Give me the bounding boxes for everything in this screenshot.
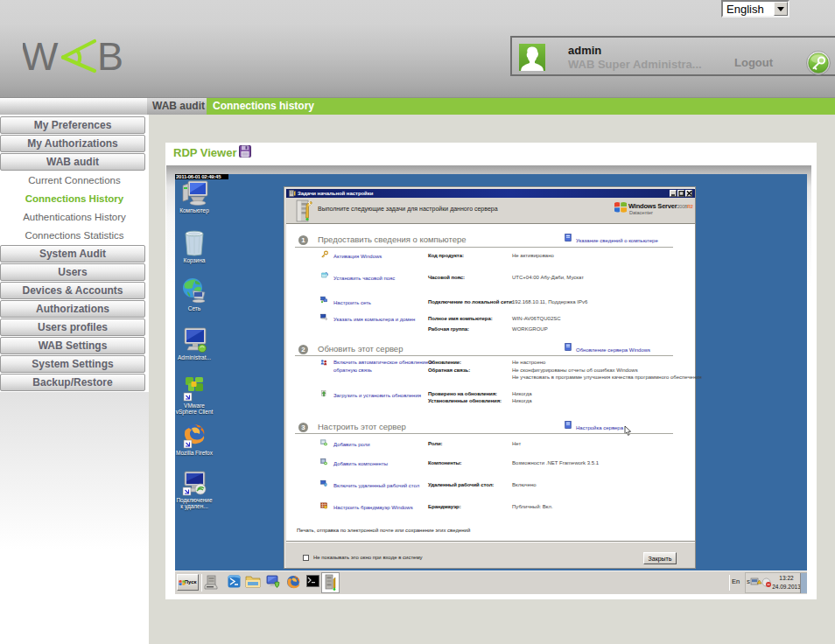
svg-text:B: B bbox=[97, 35, 123, 75]
svg-text:W: W bbox=[23, 35, 59, 75]
